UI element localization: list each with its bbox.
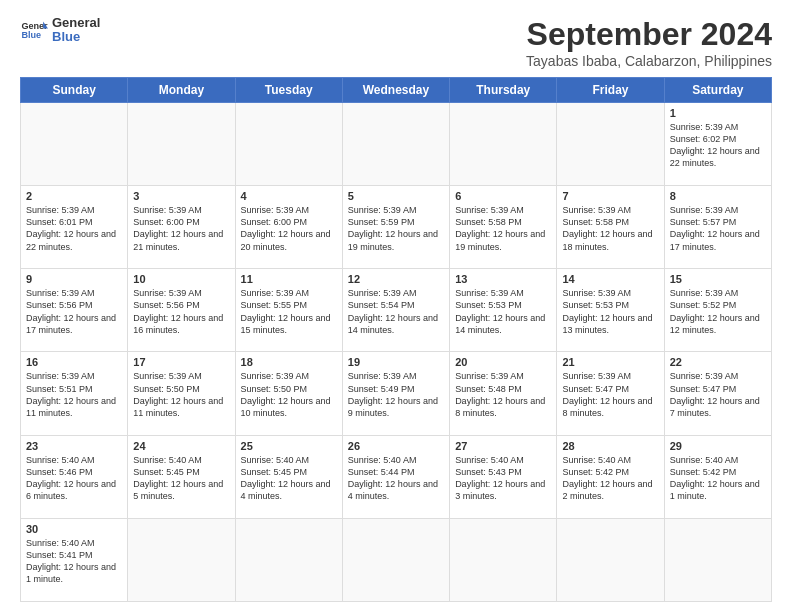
day-info: Sunrise: 5:39 AMSunset: 5:53 PMDaylight:… (455, 287, 551, 336)
month-title: September 2024 (526, 16, 772, 53)
calendar-cell: 9Sunrise: 5:39 AMSunset: 5:56 PMDaylight… (21, 269, 128, 352)
day-info: Sunrise: 5:39 AMSunset: 5:59 PMDaylight:… (348, 204, 444, 253)
calendar-cell: 19Sunrise: 5:39 AMSunset: 5:49 PMDayligh… (342, 352, 449, 435)
calendar-cell: 21Sunrise: 5:39 AMSunset: 5:47 PMDayligh… (557, 352, 664, 435)
calendar-cell (664, 518, 771, 601)
calendar-cell (235, 103, 342, 186)
day-info: Sunrise: 5:39 AMSunset: 5:57 PMDaylight:… (670, 204, 766, 253)
day-info: Sunrise: 5:39 AMSunset: 5:54 PMDaylight:… (348, 287, 444, 336)
calendar-cell: 28Sunrise: 5:40 AMSunset: 5:42 PMDayligh… (557, 435, 664, 518)
col-sunday: Sunday (21, 78, 128, 103)
calendar-cell: 1Sunrise: 5:39 AMSunset: 6:02 PMDaylight… (664, 103, 771, 186)
day-info: Sunrise: 5:39 AMSunset: 5:58 PMDaylight:… (455, 204, 551, 253)
calendar-cell: 29Sunrise: 5:40 AMSunset: 5:42 PMDayligh… (664, 435, 771, 518)
day-number: 29 (670, 440, 766, 452)
day-number: 26 (348, 440, 444, 452)
calendar-cell: 3Sunrise: 5:39 AMSunset: 6:00 PMDaylight… (128, 186, 235, 269)
day-info: Sunrise: 5:40 AMSunset: 5:43 PMDaylight:… (455, 454, 551, 503)
day-number: 1 (670, 107, 766, 119)
page: General Blue General Blue September 2024… (0, 0, 792, 612)
day-number: 20 (455, 356, 551, 368)
day-info: Sunrise: 5:40 AMSunset: 5:42 PMDaylight:… (562, 454, 658, 503)
calendar-week-3: 16Sunrise: 5:39 AMSunset: 5:51 PMDayligh… (21, 352, 772, 435)
col-saturday: Saturday (664, 78, 771, 103)
calendar-cell: 17Sunrise: 5:39 AMSunset: 5:50 PMDayligh… (128, 352, 235, 435)
day-number: 5 (348, 190, 444, 202)
calendar-cell: 5Sunrise: 5:39 AMSunset: 5:59 PMDaylight… (342, 186, 449, 269)
calendar-cell: 27Sunrise: 5:40 AMSunset: 5:43 PMDayligh… (450, 435, 557, 518)
day-number: 21 (562, 356, 658, 368)
day-number: 13 (455, 273, 551, 285)
day-number: 28 (562, 440, 658, 452)
col-tuesday: Tuesday (235, 78, 342, 103)
day-info: Sunrise: 5:39 AMSunset: 5:51 PMDaylight:… (26, 370, 122, 419)
day-info: Sunrise: 5:40 AMSunset: 5:45 PMDaylight:… (133, 454, 229, 503)
logo-icon: General Blue (20, 16, 48, 44)
calendar-cell (557, 103, 664, 186)
calendar-cell (21, 103, 128, 186)
calendar-cell: 23Sunrise: 5:40 AMSunset: 5:46 PMDayligh… (21, 435, 128, 518)
day-info: Sunrise: 5:39 AMSunset: 5:56 PMDaylight:… (133, 287, 229, 336)
calendar-cell (128, 103, 235, 186)
calendar-cell (235, 518, 342, 601)
location: Tayabas Ibaba, Calabarzon, Philippines (526, 53, 772, 69)
day-number: 10 (133, 273, 229, 285)
day-info: Sunrise: 5:40 AMSunset: 5:44 PMDaylight:… (348, 454, 444, 503)
svg-text:Blue: Blue (21, 31, 41, 41)
calendar-cell: 13Sunrise: 5:39 AMSunset: 5:53 PMDayligh… (450, 269, 557, 352)
day-number: 12 (348, 273, 444, 285)
calendar-cell: 10Sunrise: 5:39 AMSunset: 5:56 PMDayligh… (128, 269, 235, 352)
calendar-cell: 15Sunrise: 5:39 AMSunset: 5:52 PMDayligh… (664, 269, 771, 352)
day-info: Sunrise: 5:39 AMSunset: 5:56 PMDaylight:… (26, 287, 122, 336)
calendar-cell: 20Sunrise: 5:39 AMSunset: 5:48 PMDayligh… (450, 352, 557, 435)
calendar-cell: 4Sunrise: 5:39 AMSunset: 6:00 PMDaylight… (235, 186, 342, 269)
calendar-week-2: 9Sunrise: 5:39 AMSunset: 5:56 PMDaylight… (21, 269, 772, 352)
calendar-cell (557, 518, 664, 601)
col-monday: Monday (128, 78, 235, 103)
calendar-cell: 11Sunrise: 5:39 AMSunset: 5:55 PMDayligh… (235, 269, 342, 352)
calendar-week-5: 30Sunrise: 5:40 AMSunset: 5:41 PMDayligh… (21, 518, 772, 601)
day-number: 23 (26, 440, 122, 452)
day-number: 6 (455, 190, 551, 202)
day-number: 9 (26, 273, 122, 285)
day-number: 8 (670, 190, 766, 202)
day-number: 15 (670, 273, 766, 285)
logo: General Blue General Blue (20, 16, 100, 45)
calendar-week-0: 1Sunrise: 5:39 AMSunset: 6:02 PMDaylight… (21, 103, 772, 186)
day-info: Sunrise: 5:39 AMSunset: 5:49 PMDaylight:… (348, 370, 444, 419)
calendar-cell: 6Sunrise: 5:39 AMSunset: 5:58 PMDaylight… (450, 186, 557, 269)
calendar-cell: 2Sunrise: 5:39 AMSunset: 6:01 PMDaylight… (21, 186, 128, 269)
day-info: Sunrise: 5:39 AMSunset: 5:48 PMDaylight:… (455, 370, 551, 419)
calendar-table: Sunday Monday Tuesday Wednesday Thursday… (20, 77, 772, 602)
day-info: Sunrise: 5:40 AMSunset: 5:41 PMDaylight:… (26, 537, 122, 586)
day-number: 27 (455, 440, 551, 452)
day-info: Sunrise: 5:39 AMSunset: 6:00 PMDaylight:… (241, 204, 337, 253)
header: General Blue General Blue September 2024… (20, 16, 772, 69)
calendar-week-1: 2Sunrise: 5:39 AMSunset: 6:01 PMDaylight… (21, 186, 772, 269)
day-info: Sunrise: 5:39 AMSunset: 5:47 PMDaylight:… (670, 370, 766, 419)
calendar-cell: 14Sunrise: 5:39 AMSunset: 5:53 PMDayligh… (557, 269, 664, 352)
logo-line2: Blue (52, 30, 100, 44)
day-number: 17 (133, 356, 229, 368)
day-number: 11 (241, 273, 337, 285)
col-wednesday: Wednesday (342, 78, 449, 103)
calendar-cell (450, 518, 557, 601)
day-number: 19 (348, 356, 444, 368)
day-number: 25 (241, 440, 337, 452)
col-friday: Friday (557, 78, 664, 103)
day-number: 16 (26, 356, 122, 368)
calendar-cell: 16Sunrise: 5:39 AMSunset: 5:51 PMDayligh… (21, 352, 128, 435)
day-info: Sunrise: 5:39 AMSunset: 5:47 PMDaylight:… (562, 370, 658, 419)
day-info: Sunrise: 5:39 AMSunset: 6:02 PMDaylight:… (670, 121, 766, 170)
day-info: Sunrise: 5:39 AMSunset: 5:55 PMDaylight:… (241, 287, 337, 336)
calendar-cell: 22Sunrise: 5:39 AMSunset: 5:47 PMDayligh… (664, 352, 771, 435)
calendar-cell: 7Sunrise: 5:39 AMSunset: 5:58 PMDaylight… (557, 186, 664, 269)
calendar-cell (450, 103, 557, 186)
day-number: 18 (241, 356, 337, 368)
day-info: Sunrise: 5:39 AMSunset: 6:01 PMDaylight:… (26, 204, 122, 253)
day-number: 4 (241, 190, 337, 202)
calendar-cell: 25Sunrise: 5:40 AMSunset: 5:45 PMDayligh… (235, 435, 342, 518)
day-number: 7 (562, 190, 658, 202)
col-thursday: Thursday (450, 78, 557, 103)
calendar-cell (342, 518, 449, 601)
